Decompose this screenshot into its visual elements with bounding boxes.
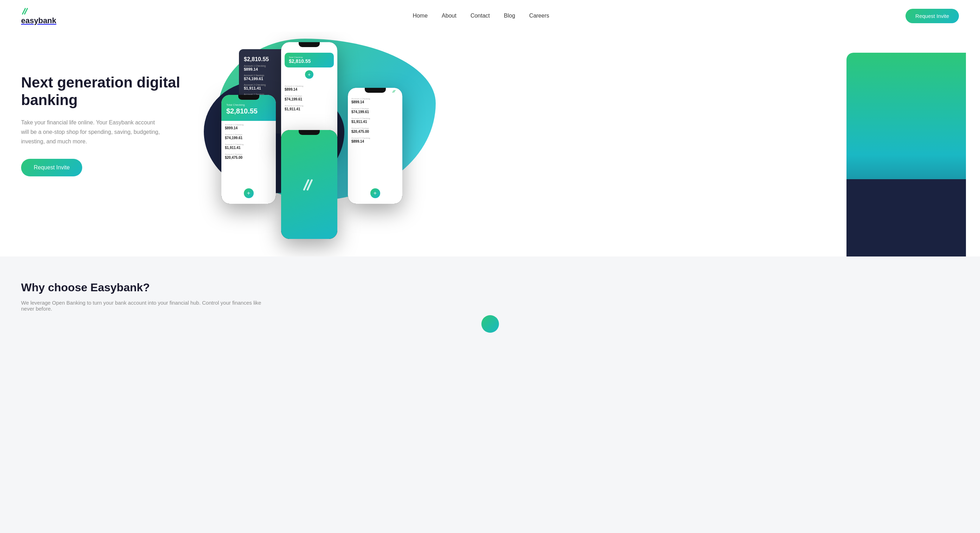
nav-blog[interactable]: Blog xyxy=(504,13,515,19)
blob-teal xyxy=(846,53,966,256)
ct-account-item-2: Account 2 Savings $74,199.61 xyxy=(285,95,334,101)
ct-account-item-1: Account 1 Checking $899.14 xyxy=(285,85,334,91)
r-account-item-3: Account 2 Checking $1,911.41 xyxy=(352,117,399,124)
navbar: easybank Home About Contact Blog Careers… xyxy=(0,0,980,32)
why-section: Why choose Easybank? We leverage Open Ba… xyxy=(0,256,980,347)
phone-right-screen: Account 1 Checking $899.14 Account 2 Sav… xyxy=(348,88,402,204)
phone-center-bottom xyxy=(281,130,337,239)
phone-right-fab: + xyxy=(371,188,380,198)
why-title: Why choose Easybank? xyxy=(21,281,959,294)
nav-about[interactable]: About xyxy=(442,13,457,19)
phone-left-fab: + xyxy=(244,188,254,198)
phone-left-total-value: $2,810.55 xyxy=(226,107,271,115)
bottom-bump xyxy=(21,312,959,333)
phone-center-top-card: Total Checking $2,810.55 xyxy=(285,53,334,67)
r-account-item-5: Account 5 Checking $899.14 xyxy=(352,137,399,143)
phone-center-bottom-screen xyxy=(281,130,337,239)
hero-left: Next generation digital banking Take you… xyxy=(21,53,197,177)
nav-links: Home About Contact Blog Careers xyxy=(412,13,549,19)
center-top-add-icon: + xyxy=(305,70,313,79)
logo-icon xyxy=(21,6,56,16)
r-account-item-4: Account 2 Savings $20,475.00 xyxy=(352,127,399,134)
r-account-item-1: Account 1 Checking $899.14 xyxy=(352,98,399,104)
phone-notch-center-top xyxy=(299,42,320,47)
nav-careers[interactable]: Careers xyxy=(529,13,549,19)
ct-account-item-3: Account 2 Checking $1,911.41 xyxy=(285,105,334,111)
phone-notch-center-bottom xyxy=(299,130,320,135)
logo-link[interactable]: easybank xyxy=(21,6,56,25)
bump-circle xyxy=(481,315,499,333)
hero-request-invite-button[interactable]: Request Invite xyxy=(21,159,82,177)
hero-right: $2,810.55 Account 1 Checking $899.14 Acc… xyxy=(197,53,959,256)
phone-left-screen: Total Checking $2,810.55 Account 1 Check… xyxy=(221,95,276,204)
account-item-3: Account 2 Checking $1,911.41 xyxy=(225,143,272,150)
account-item-4: Account 2 Savings $20,475.00 xyxy=(225,153,272,159)
r-account-item-2: Account 2 Savings $74,199.61 xyxy=(352,108,399,114)
phone-right-list: Account 1 Checking $899.14 Account 2 Sav… xyxy=(348,95,402,150)
phone-right: Account 1 Checking $899.14 Account 2 Sav… xyxy=(348,88,402,204)
hero-subtitle: Take your financial life online. Your Ea… xyxy=(21,118,162,146)
phone-notch-left xyxy=(238,95,259,100)
nav-home[interactable]: Home xyxy=(412,13,428,19)
phone-left: Total Checking $2,810.55 Account 1 Check… xyxy=(221,95,276,204)
nav-request-invite-button[interactable]: Request Invite xyxy=(905,9,959,23)
logo-text: easybank xyxy=(21,16,56,25)
nav-contact[interactable]: Contact xyxy=(471,13,490,19)
why-subtitle: We leverage Open Banking to turn your ba… xyxy=(21,300,267,312)
phone-notch-right xyxy=(365,88,386,93)
phone-right-logo-icon xyxy=(392,90,399,93)
hero-title: Next generation digital banking xyxy=(21,74,197,109)
account-item-1: Account 1 Checking $899.14 xyxy=(225,124,272,130)
phone-left-total-label: Total Checking xyxy=(226,103,271,107)
blob-dark-bottom xyxy=(846,179,966,256)
phone-center-top-list: Account 1 Checking $899.14 Account 2 Sav… xyxy=(281,82,337,117)
account-item-2: Account 2 Savings $74,199.61 xyxy=(225,134,272,140)
phone-logo-icon xyxy=(301,177,317,192)
phone-left-account-list: Account 1 Checking $899.14 Account 2 Sav… xyxy=(221,121,276,166)
hero-section: Next generation digital banking Take you… xyxy=(0,32,980,256)
